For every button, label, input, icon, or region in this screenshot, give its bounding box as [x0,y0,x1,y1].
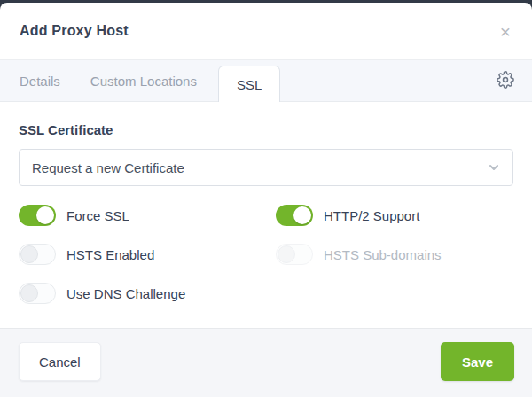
http2-support-toggle-row[interactable]: HTTP/2 Support [276,205,513,226]
force-ssl-label: Force SSL [66,208,129,223]
hsts-subdomains-toggle-row: HSTS Sub-domains [276,244,513,265]
close-button[interactable]: × [497,20,514,43]
ssl-certificate-label: SSL Certificate [19,122,513,137]
http2-support-toggle[interactable] [276,205,313,226]
select-divider [473,157,473,178]
force-ssl-toggle[interactable] [19,205,56,226]
toggle-knob [20,284,38,302]
toggle-knob [278,245,295,263]
cancel-button[interactable]: Cancel [19,342,101,381]
advanced-settings-button[interactable] [491,60,520,101]
save-button[interactable]: Save [441,342,514,381]
tab-ssl[interactable]: SSL [218,66,280,102]
use-dns-challenge-label: Use DNS Challenge [66,286,185,301]
tab-details[interactable]: Details [11,60,69,101]
toggle-knob [20,245,38,263]
force-ssl-toggle-row[interactable]: Force SSL [19,205,276,226]
hsts-enabled-toggle-row[interactable]: HSTS Enabled [19,244,276,265]
gear-icon [497,71,514,91]
ssl-certificate-selected-value: Request a new Certificate [32,160,184,175]
close-icon: × [500,21,511,42]
hsts-subdomains-label: HSTS Sub-domains [324,247,442,262]
toggle-knob [293,206,311,224]
dialog-footer: Cancel Save [0,328,532,397]
ssl-certificate-select[interactable]: Request a new Certificate [19,149,513,186]
use-dns-challenge-toggle[interactable] [19,283,56,304]
ssl-options-grid: Force SSL HTTP/2 Support HSTS Enabled HS… [19,205,513,304]
dialog-header: Add Proxy Host × [0,3,532,60]
http2-support-label: HTTP/2 Support [324,208,419,223]
toggle-knob [36,206,54,224]
chevron-down-icon [487,160,501,175]
ssl-tab-panel: SSL Certificate Request a new Certificat… [0,102,532,328]
tab-custom-locations[interactable]: Custom Locations [82,60,206,101]
hsts-enabled-toggle[interactable] [19,244,56,265]
hsts-subdomains-toggle [276,244,313,265]
add-proxy-host-dialog: Add Proxy Host × Details Custom Location… [0,3,532,397]
dialog-title: Add Proxy Host [20,23,129,39]
tab-bar: Details Custom Locations SSL [0,60,532,102]
use-dns-challenge-toggle-row[interactable]: Use DNS Challenge [19,283,276,304]
hsts-enabled-label: HSTS Enabled [66,247,154,262]
